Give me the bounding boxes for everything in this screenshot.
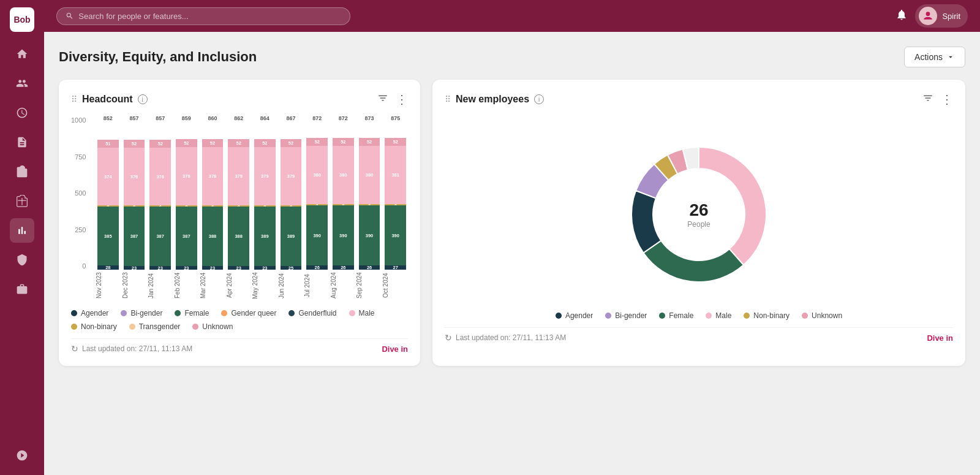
briefcase-icon[interactable] bbox=[10, 277, 34, 302]
new-employees-dive-in[interactable]: Dive in bbox=[927, 333, 953, 343]
document-icon[interactable] bbox=[10, 130, 34, 154]
headcount-filter-icon[interactable] bbox=[377, 93, 388, 106]
bar-segment-unknown: 52 bbox=[281, 139, 302, 147]
legend-item: Non-binary bbox=[744, 311, 790, 320]
bar-group: 87226390438052 bbox=[331, 116, 356, 270]
bar-segment-agender: 26 bbox=[306, 265, 328, 270]
legend-dot bbox=[129, 324, 135, 330]
new-employees-info-icon[interactable]: i bbox=[534, 94, 544, 104]
clock-icon[interactable] bbox=[10, 101, 34, 125]
new-employees-more-icon[interactable]: ⋮ bbox=[941, 92, 953, 107]
app-logo: Bob bbox=[10, 7, 34, 32]
page-title: Diversity, Equity, and Inclusion bbox=[59, 49, 257, 65]
bar-segment-unknown: 52 bbox=[176, 139, 197, 147]
bar-segment-unknown: 52 bbox=[333, 138, 354, 146]
x-label: Jun 2024 bbox=[278, 270, 304, 304]
legend-item: Genderfluid bbox=[288, 309, 336, 317]
legend-dot bbox=[288, 310, 295, 316]
actions-button[interactable]: Actions bbox=[904, 47, 965, 67]
bar-segment-male: 381 bbox=[385, 146, 406, 204]
legend-item: Gender queer bbox=[221, 309, 276, 317]
drag-handle[interactable]: ⠿ bbox=[71, 94, 77, 104]
legend-label: Non-binary bbox=[81, 322, 117, 331]
x-label: Dec 2023 bbox=[122, 270, 148, 304]
legend-label: Unknown bbox=[202, 322, 233, 331]
people-icon[interactable] bbox=[10, 71, 34, 96]
legend-item: Female bbox=[175, 309, 209, 317]
y-axis: 1000 750 500 250 0 bbox=[71, 116, 89, 270]
new-employees-title: New employees bbox=[456, 94, 529, 105]
new-employees-card: ⠿ New employees i ⋮ 26 People bbox=[432, 80, 965, 366]
bar-total-label: 873 bbox=[357, 115, 382, 121]
new-employees-card-header: ⠿ New employees i ⋮ bbox=[445, 92, 953, 107]
bar-total-label: 852 bbox=[96, 115, 121, 121]
headcount-info-icon[interactable]: i bbox=[138, 94, 148, 104]
bar-total-label: 859 bbox=[174, 115, 199, 121]
legend-label: Female bbox=[669, 311, 693, 320]
legend-label: Bi-gender bbox=[615, 311, 647, 320]
legend-dot bbox=[121, 310, 127, 316]
new-employees-card-actions: ⋮ bbox=[922, 92, 953, 107]
chart-icon[interactable] bbox=[10, 218, 34, 243]
x-label: Nov 2023 bbox=[96, 270, 122, 304]
headcount-title: Headcount bbox=[82, 94, 133, 105]
legend-dot bbox=[706, 313, 712, 319]
legend-dot bbox=[192, 324, 198, 330]
avatar bbox=[919, 7, 937, 25]
page-header: Diversity, Equity, and Inclusion Actions bbox=[59, 47, 965, 67]
legend-label: Agender bbox=[81, 309, 108, 317]
bar-segment-male: 380 bbox=[306, 146, 328, 204]
bar-segment-unknown: 52 bbox=[306, 138, 328, 146]
x-label: May 2024 bbox=[252, 270, 278, 304]
bar-segment-unknown: 52 bbox=[228, 139, 249, 147]
bar-segment-unknown: 52 bbox=[124, 140, 145, 148]
bar-group: 86223388437952 bbox=[226, 116, 251, 270]
x-label: Jul 2024 bbox=[304, 270, 330, 304]
legend-dot bbox=[556, 313, 562, 319]
bar-total-label: 867 bbox=[279, 115, 304, 121]
user-chip[interactable]: Spirit bbox=[915, 4, 968, 28]
headcount-legend: AgenderBi-genderFemaleGender queerGender… bbox=[71, 309, 408, 331]
headcount-footer: ↻ Last updated on: 27/11, 11:13 AM Dive … bbox=[71, 338, 408, 354]
legend-dot bbox=[175, 310, 181, 316]
bar-segment-female: 390 bbox=[333, 205, 354, 265]
ai-icon[interactable] bbox=[10, 443, 34, 468]
gift-icon[interactable] bbox=[10, 189, 34, 213]
new-employees-title-group: ⠿ New employees i bbox=[445, 94, 544, 105]
headcount-bar-chart: 1000 750 500 250 0 852283854374518572338… bbox=[71, 116, 408, 306]
notification-button[interactable] bbox=[895, 9, 908, 24]
bars-area: 8522838543745185723387437652857233874376… bbox=[96, 116, 408, 270]
legend-label: Bi-gender bbox=[130, 309, 162, 317]
headcount-card-header: ⠿ Headcount i ⋮ bbox=[71, 92, 408, 107]
home-icon[interactable] bbox=[10, 42, 34, 66]
legend-dot bbox=[605, 313, 611, 319]
legend-item: Unknown bbox=[192, 322, 233, 331]
legend-label: Genderfluid bbox=[298, 309, 336, 317]
bar-segment-female: 388 bbox=[228, 207, 249, 266]
bar-segment-unknown: 52 bbox=[202, 139, 224, 147]
headcount-more-icon[interactable]: ⋮ bbox=[396, 92, 408, 107]
legend-item: Non-binary bbox=[71, 322, 117, 331]
bar-segment-male: 380 bbox=[359, 146, 380, 204]
bar-segment-male: 379 bbox=[228, 147, 249, 205]
search-input[interactable] bbox=[78, 12, 341, 21]
drag-handle-2[interactable]: ⠿ bbox=[445, 94, 451, 104]
bar-segment-female: 389 bbox=[281, 207, 302, 266]
bar-segment-unknown: 52 bbox=[359, 138, 380, 146]
headcount-dive-in[interactable]: Dive in bbox=[382, 344, 408, 354]
bar-group: 87226390438052 bbox=[304, 116, 330, 270]
new-employees-filter-icon[interactable] bbox=[922, 93, 933, 106]
legend-dot bbox=[221, 310, 227, 316]
search-bar[interactable] bbox=[56, 7, 350, 25]
shield-icon[interactable] bbox=[10, 248, 34, 272]
bar-segment-male: 378 bbox=[202, 147, 224, 205]
headcount-card-actions: ⋮ bbox=[377, 92, 408, 107]
donut-segment-agender bbox=[631, 191, 661, 253]
bar-segment-female: 387 bbox=[149, 207, 171, 266]
legend-dot bbox=[71, 310, 77, 316]
legend-dot bbox=[659, 313, 665, 319]
bag-icon[interactable] bbox=[10, 159, 34, 184]
x-label: Oct 2024 bbox=[382, 270, 409, 304]
legend-item: Unknown bbox=[802, 311, 842, 320]
legend-item: Male bbox=[706, 311, 731, 320]
